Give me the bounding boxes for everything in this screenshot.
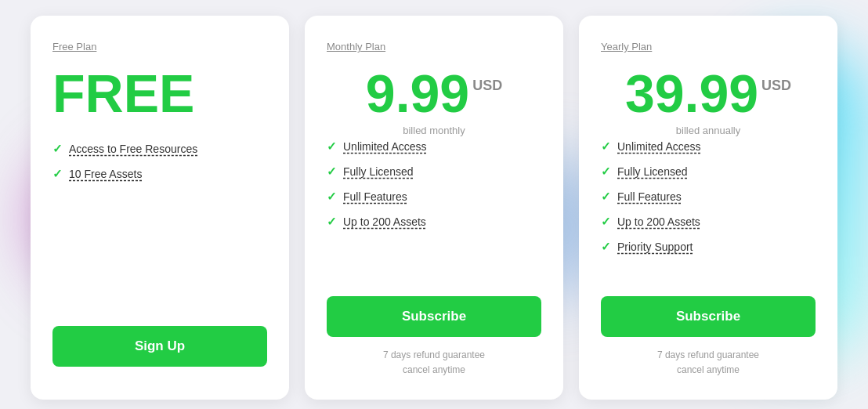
yearly-price-section: 39.99USD billed annually: [601, 67, 816, 136]
check-icon: ✓: [601, 190, 611, 204]
monthly-cta-button[interactable]: Subscribe: [327, 296, 541, 337]
check-icon: ✓: [327, 190, 337, 204]
feature-item: ✓ 10 Free Assets: [52, 167, 267, 181]
feature-item: ✓ Fully Licensed: [327, 165, 541, 179]
free-cta-button[interactable]: Sign Up: [52, 326, 267, 367]
check-icon: ✓: [52, 142, 63, 156]
feature-text: Fully Licensed: [617, 165, 688, 178]
spacer: [52, 245, 267, 327]
check-icon: ✓: [327, 165, 337, 179]
monthly-refund-note: 7 days refund guaranteecancel anytime: [327, 348, 541, 378]
check-icon: ✓: [601, 240, 611, 254]
check-icon: ✓: [327, 215, 337, 229]
monthly-plan-label: Monthly Plan: [327, 41, 541, 52]
feature-item: ✓ Unlimited Access: [601, 139, 816, 154]
feature-text: Unlimited Access: [617, 140, 701, 153]
free-plan-label: Free Plan: [52, 41, 267, 52]
feature-text: Unlimited Access: [343, 140, 427, 153]
yearly-billed-note: billed annually: [601, 125, 816, 136]
feature-item: ✓ Unlimited Access: [327, 139, 541, 154]
free-price-section: FREE: [52, 67, 267, 120]
feature-text: 10 Free Assets: [69, 168, 142, 180]
yearly-currency: USD: [761, 78, 791, 94]
pricing-cards-container: Free Plan FREE ✓ Access to Free Resource…: [15, 0, 853, 409]
monthly-features-list: ✓ Unlimited Access ✓ Fully Licensed ✓ Fu…: [327, 139, 541, 274]
yearly-features-list: ✓ Unlimited Access ✓ Fully Licensed ✓ Fu…: [601, 139, 816, 274]
free-price-value: FREE: [52, 63, 194, 123]
feature-text: Up to 200 Assets: [343, 215, 426, 228]
feature-item: ✓ Up to 200 Assets: [601, 215, 816, 229]
monthly-price-value: 9.99: [366, 67, 469, 120]
feature-item: ✓ Priority Support: [601, 240, 816, 254]
feature-item: ✓ Fully Licensed: [601, 165, 816, 179]
feature-text: Up to 200 Assets: [617, 215, 700, 228]
feature-text: Full Features: [343, 190, 407, 203]
check-icon: ✓: [52, 167, 63, 181]
feature-item: ✓ Full Features: [601, 190, 816, 204]
check-icon: ✓: [601, 165, 611, 179]
free-features-list: ✓ Access to Free Resources ✓ 10 Free Ass…: [52, 142, 267, 223]
yearly-price-value: 39.99: [625, 67, 758, 120]
feature-text: Full Features: [617, 190, 682, 203]
yearly-plan-card: Yearly Plan 39.99USD billed annually ✓ U…: [579, 16, 837, 400]
feature-item: ✓ Up to 200 Assets: [327, 215, 541, 229]
monthly-price-section: 9.99USD billed monthly: [327, 67, 541, 136]
feature-item: ✓ Access to Free Resources: [52, 142, 267, 156]
monthly-plan-card: Monthly Plan 9.99USD billed monthly ✓ Un…: [305, 16, 563, 400]
check-icon: ✓: [327, 139, 337, 154]
yearly-plan-label: Yearly Plan: [601, 41, 816, 52]
feature-text: Fully Licensed: [343, 165, 414, 178]
feature-item: ✓ Full Features: [327, 190, 541, 204]
monthly-billed-note: billed monthly: [327, 125, 541, 136]
feature-text: Access to Free Resources: [69, 143, 197, 155]
yearly-refund-note: 7 days refund guaranteecancel anytime: [601, 348, 816, 378]
monthly-currency: USD: [472, 78, 502, 94]
check-icon: ✓: [601, 215, 611, 229]
check-icon: ✓: [601, 139, 611, 154]
yearly-cta-button[interactable]: Subscribe: [601, 296, 816, 337]
feature-text: Priority Support: [617, 241, 693, 253]
free-plan-card: Free Plan FREE ✓ Access to Free Resource…: [31, 16, 289, 400]
